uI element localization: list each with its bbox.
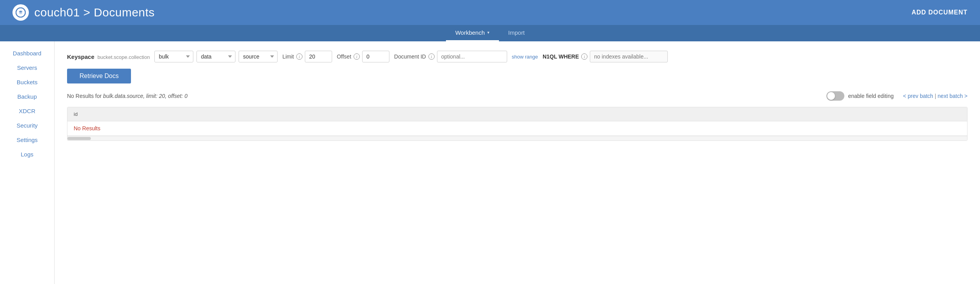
show-range-link[interactable]: show range (512, 54, 538, 60)
limit-label: Limit (282, 53, 294, 60)
table-header: id (67, 107, 967, 121)
bucket-select[interactable]: bulk (154, 51, 193, 62)
document-id-input[interactable] (437, 51, 507, 62)
document-id-label: Document ID (394, 53, 426, 60)
sidebar-item-logs[interactable]: Logs (0, 147, 54, 162)
table-body: No Results (67, 121, 967, 136)
sidebar-item-xdcr[interactable]: XDCR (0, 104, 54, 118)
limit-group: Limit i (282, 51, 332, 62)
sidebar-item-dashboard[interactable]: Dashboard (0, 46, 54, 60)
no-results-cell: No Results (67, 121, 967, 136)
chevron-down-icon: ▾ (487, 30, 490, 35)
retrieve-docs-button[interactable]: Retrieve Docs (67, 69, 131, 83)
nav-tabs: Workbench ▾ Import (0, 25, 980, 41)
keyspace-label-group: Keyspace bucket.scope.collection (67, 53, 150, 60)
main-content: Keyspace bucket.scope.collection bulk da… (55, 41, 980, 284)
scrollbar-thumb (67, 137, 91, 140)
document-id-group: Document ID i (394, 51, 507, 62)
id-column-header: id (67, 107, 967, 121)
sidebar-item-servers[interactable]: Servers (0, 60, 54, 75)
results-table-wrapper: id No Results (67, 107, 968, 141)
sidebar-item-settings[interactable]: Settings (0, 133, 54, 147)
n1ql-input[interactable] (590, 51, 668, 62)
sidebar: Dashboard Servers Buckets Backup XDCR Se… (0, 41, 55, 284)
keyspace-sublabel: bucket.scope.collection (97, 54, 150, 60)
toggle-group: enable field editing (826, 91, 894, 101)
horizontal-scrollbar[interactable] (67, 136, 967, 140)
table-row: No Results (67, 121, 967, 136)
offset-input[interactable] (362, 51, 389, 62)
field-editing-toggle[interactable] (826, 91, 844, 101)
next-batch-link[interactable]: next batch > (938, 93, 968, 99)
no-results-prefix: No Results for (67, 93, 103, 99)
offset-label: Offset (337, 53, 351, 60)
limit-info-icon: i (296, 53, 302, 60)
tab-import[interactable]: Import (499, 25, 534, 41)
n1ql-label: N1QL WHERE (543, 53, 579, 60)
toggle-knob (827, 92, 835, 100)
batch-navigation: < prev batch | next batch > (903, 93, 968, 99)
scope-select[interactable]: data (196, 51, 235, 62)
keyspace-selects: bulk data source (154, 51, 278, 62)
keyspace-label: Keyspace (67, 53, 94, 60)
n1ql-info-icon: i (581, 53, 587, 60)
results-table: id No Results (67, 107, 967, 136)
offset-group: Offset i (337, 51, 389, 62)
no-results-info: No Results for bulk.data.source, limit: … (67, 93, 188, 99)
limit-input[interactable] (305, 51, 332, 62)
right-controls: enable field editing < prev batch | next… (826, 91, 968, 101)
sidebar-item-backup[interactable]: Backup (0, 89, 54, 104)
add-document-button[interactable]: ADD DOCUMENT (911, 9, 968, 16)
document-id-info-icon: i (428, 53, 435, 60)
header-left: couch01 > Documents (12, 4, 155, 21)
tab-workbench[interactable]: Workbench ▾ (446, 25, 499, 41)
workbench-tab-label: Workbench (455, 29, 485, 36)
logo-icon (12, 4, 29, 21)
no-results-query: bulk.data.source, limit: 20, offset: 0 (103, 93, 188, 99)
sidebar-item-security[interactable]: Security (0, 118, 54, 133)
n1ql-group: N1QL WHERE i (543, 51, 668, 62)
collection-select[interactable]: source (239, 51, 278, 62)
layout: Dashboard Servers Buckets Backup XDCR Se… (0, 41, 980, 284)
offset-info-icon: i (354, 53, 360, 60)
page-title: couch01 > Documents (34, 6, 155, 19)
prev-batch-link[interactable]: < prev batch (903, 93, 933, 99)
toggle-label: enable field editing (848, 93, 894, 99)
table-header-row: id (67, 107, 967, 121)
header: couch01 > Documents ADD DOCUMENT (0, 0, 980, 25)
import-tab-label: Import (508, 29, 525, 36)
keyspace-row: Keyspace bucket.scope.collection bulk da… (67, 51, 968, 62)
results-info-row: No Results for bulk.data.source, limit: … (67, 91, 968, 101)
sidebar-item-buckets[interactable]: Buckets (0, 75, 54, 89)
